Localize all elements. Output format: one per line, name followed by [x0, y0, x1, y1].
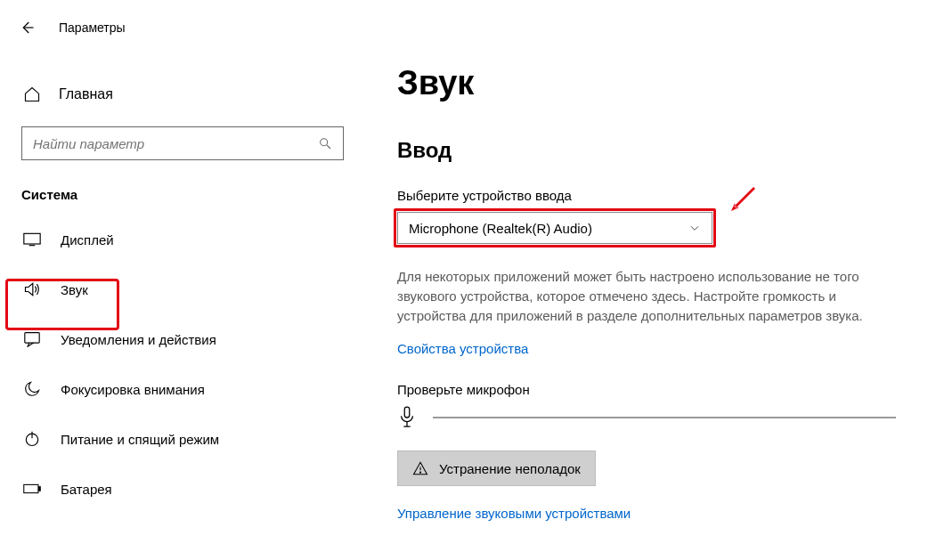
mic-test-row: [397, 406, 900, 429]
input-device-value: Microphone (Realtek(R) Audio): [409, 221, 592, 236]
svg-rect-9: [39, 487, 41, 491]
svg-point-1: [321, 139, 328, 146]
svg-rect-8: [24, 484, 38, 492]
sidebar-item-label: Звук: [61, 282, 88, 297]
main-content: Звук Ввод Выберите устройство ввода Micr…: [365, 0, 936, 560]
svg-line-2: [327, 145, 330, 149]
back-icon[interactable]: [18, 19, 36, 37]
sidebar-item-sound[interactable]: Звук: [0, 264, 365, 314]
sidebar-item-power[interactable]: Питание и спящий режим: [0, 414, 365, 464]
notifications-icon: [23, 330, 41, 348]
input-device-label: Выберите устройство ввода: [397, 188, 900, 203]
annotation-arrow-icon: [727, 183, 759, 215]
sidebar-item-label: Главная: [59, 86, 113, 102]
sidebar-item-display[interactable]: Дисплей: [0, 215, 365, 264]
svg-point-14: [419, 472, 420, 473]
input-device-help-text: Для некоторых приложений может быть наст…: [397, 267, 900, 325]
sidebar-item-focus[interactable]: Фокусировка внимания: [0, 364, 365, 414]
svg-rect-10: [404, 407, 410, 418]
focus-icon: [23, 380, 41, 398]
sidebar-item-notifications[interactable]: Уведомления и действия: [0, 314, 365, 364]
sidebar-section-header: Система: [0, 160, 365, 215]
sidebar-item-label: Питание и спящий режим: [61, 432, 219, 447]
sidebar-item-label: Батарея: [61, 482, 112, 497]
troubleshoot-button[interactable]: Устранение неполадок: [397, 450, 596, 486]
device-properties-link[interactable]: Свойства устройства: [397, 341, 528, 356]
manage-sound-devices-link[interactable]: Управление звуковыми устройствами: [397, 506, 631, 521]
sidebar-item-battery[interactable]: Батарея: [0, 464, 365, 514]
svg-rect-3: [24, 233, 40, 244]
sidebar: Параметры Главная Система Дисплей: [0, 0, 365, 560]
display-icon: [23, 231, 41, 248]
sidebar-item-label: Дисплей: [61, 232, 114, 248]
window-title: Параметры: [59, 20, 126, 35]
svg-rect-5: [25, 333, 39, 343]
section-heading-input: Ввод: [397, 138, 900, 163]
mic-level-bar: [433, 417, 896, 418]
microphone-icon: [397, 406, 417, 429]
home-icon: [23, 85, 41, 103]
sidebar-item-label: Уведомления и действия: [61, 332, 216, 347]
chevron-down-icon: [688, 222, 701, 234]
page-title: Звук: [397, 64, 900, 102]
sound-icon: [23, 280, 41, 298]
sidebar-item-label: Фокусировка внимания: [61, 382, 205, 397]
search-field[interactable]: [33, 136, 311, 151]
input-device-select[interactable]: Microphone (Realtek(R) Audio): [397, 212, 712, 244]
battery-icon: [23, 480, 41, 498]
sidebar-item-home[interactable]: Главная: [0, 73, 365, 116]
mic-test-label: Проверьте микрофон: [397, 382, 900, 397]
search-icon: [318, 136, 332, 150]
power-icon: [23, 430, 41, 448]
warning-icon: [412, 460, 428, 476]
search-input[interactable]: [21, 126, 344, 160]
titlebar: Параметры: [0, 9, 365, 46]
troubleshoot-button-label: Устранение неполадок: [439, 461, 581, 476]
